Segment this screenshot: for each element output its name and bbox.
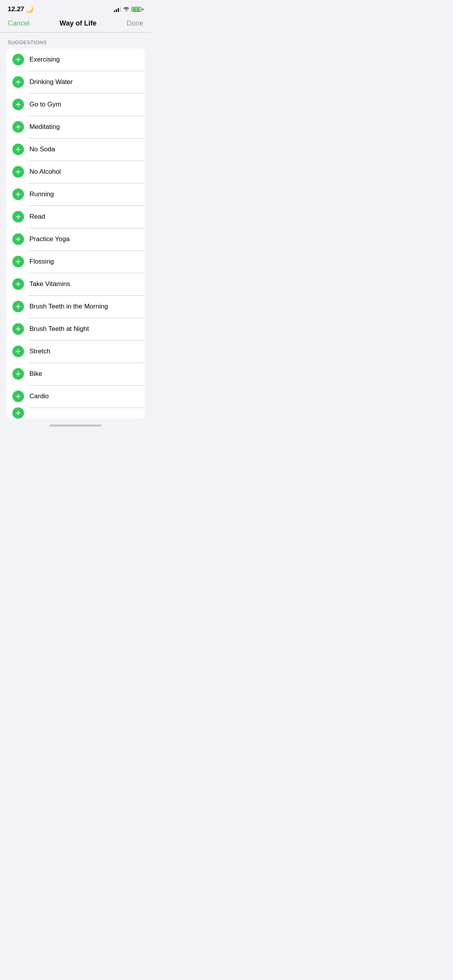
- list-item[interactable]: Flossing: [6, 250, 145, 273]
- add-icon-circle: [12, 391, 24, 402]
- suggestion-label: Read: [29, 213, 45, 221]
- nav-bar: Cancel Way of Life Done: [0, 16, 151, 32]
- signal-bar-4: [120, 7, 121, 12]
- suggestion-label: Brush Teeth in the Morning: [29, 303, 108, 310]
- signal-bar-2: [116, 9, 117, 12]
- status-icons: ⚡: [114, 6, 143, 12]
- done-button[interactable]: Done: [127, 19, 143, 27]
- add-icon-circle: [12, 408, 24, 418]
- wifi-icon: [123, 6, 129, 12]
- list-item[interactable]: [6, 408, 145, 418]
- add-icon-circle: [12, 301, 24, 312]
- page-wrapper: 12.27 🌙 ⚡: [0, 0, 151, 429]
- list-item[interactable]: Brush Teeth at Night: [6, 318, 145, 340]
- suggestion-label: Brush Teeth at Night: [29, 325, 89, 333]
- suggestions-list: Exercising Drinking Water Go to Gym: [6, 48, 145, 418]
- add-icon-circle: [12, 346, 24, 357]
- suggestion-label: Flossing: [29, 258, 54, 266]
- list-item[interactable]: Exercising: [6, 48, 145, 71]
- status-bar: 12.27 🌙 ⚡: [0, 0, 151, 16]
- list-item[interactable]: No Alcohol: [6, 161, 145, 183]
- suggestion-label: Stretch: [29, 348, 50, 355]
- add-icon-circle: [12, 54, 24, 65]
- cancel-button[interactable]: Cancel: [8, 19, 29, 27]
- signal-bar-3: [118, 8, 119, 12]
- list-item[interactable]: Read: [6, 206, 145, 228]
- suggestion-label: Running: [29, 190, 54, 198]
- nav-title: Way of Life: [60, 19, 96, 27]
- content: SUGGESTIONS Exercising Drinking Water: [0, 33, 151, 418]
- list-item[interactable]: Stretch: [6, 340, 145, 363]
- add-icon-circle: [12, 211, 24, 223]
- suggestion-label: Practice Yoga: [29, 235, 70, 243]
- suggestion-label: Meditating: [29, 123, 60, 131]
- add-icon-circle: [12, 76, 24, 88]
- list-item[interactable]: Drinking Water: [6, 71, 145, 93]
- add-icon-circle: [12, 278, 24, 290]
- add-icon-circle: [12, 188, 24, 200]
- list-item[interactable]: Cardio: [6, 385, 145, 408]
- add-icon-circle: [12, 121, 24, 133]
- battery-icon: ⚡: [132, 7, 143, 12]
- add-icon-circle: [12, 99, 24, 110]
- list-item[interactable]: Brush Teeth in the Morning: [6, 295, 145, 318]
- add-icon-circle: [12, 368, 24, 380]
- time-text: 12.27: [8, 5, 24, 13]
- list-item[interactable]: Take Vitamins: [6, 273, 145, 295]
- moon-icon: 🌙: [26, 6, 34, 13]
- list-item[interactable]: Bike: [6, 363, 145, 385]
- list-item[interactable]: Meditating: [6, 116, 145, 138]
- suggestion-label: Cardio: [29, 392, 49, 400]
- signal-bars-icon: [114, 7, 121, 12]
- add-icon-circle: [12, 233, 24, 245]
- suggestion-label: Exercising: [29, 56, 60, 63]
- suggestion-label: No Alcohol: [29, 168, 61, 176]
- add-icon-circle: [12, 323, 24, 335]
- battery-bolt: ⚡: [134, 8, 138, 11]
- suggestion-label: Go to Gym: [29, 101, 61, 108]
- list-item[interactable]: No Soda: [6, 138, 145, 161]
- home-indicator: [0, 421, 151, 429]
- add-icon-circle: [12, 144, 24, 155]
- list-item[interactable]: Running: [6, 183, 145, 206]
- status-time: 12.27 🌙: [8, 5, 34, 13]
- add-icon-circle: [12, 256, 24, 267]
- home-bar: [50, 425, 101, 427]
- suggestions-section-header: SUGGESTIONS: [0, 33, 151, 48]
- list-item[interactable]: Practice Yoga: [6, 228, 145, 250]
- signal-bar-1: [114, 10, 115, 12]
- add-icon-circle: [12, 166, 24, 178]
- suggestion-label: No Soda: [29, 146, 55, 153]
- suggestion-label: Drinking Water: [29, 78, 73, 86]
- list-item[interactable]: Go to Gym: [6, 93, 145, 116]
- suggestion-label: Bike: [29, 370, 42, 378]
- suggestion-label: Take Vitamins: [29, 280, 70, 288]
